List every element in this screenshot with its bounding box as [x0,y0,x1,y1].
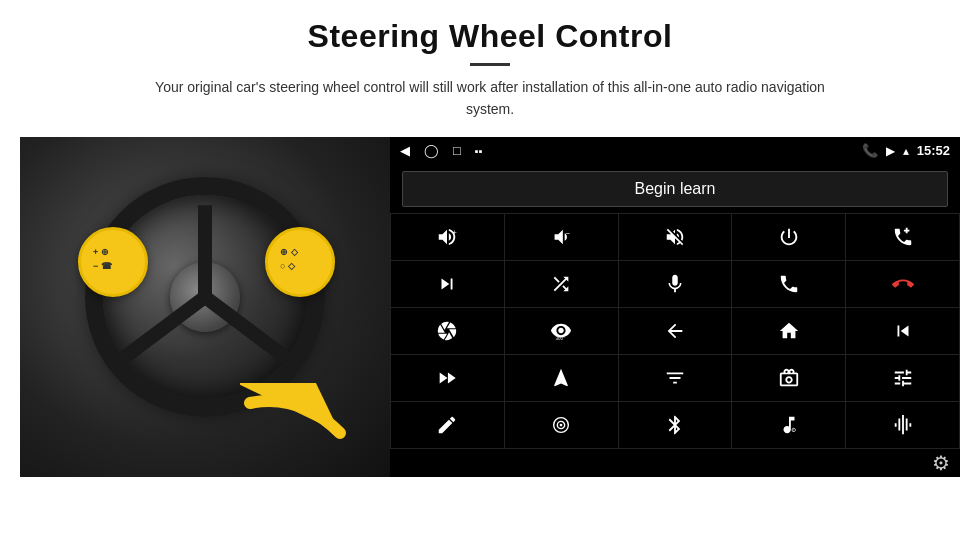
vol-up-button[interactable]: + [391,214,504,260]
btn-group-right: ⊕ ◇ ○ ◇ [265,227,335,297]
sw-background: + ⊕ − ☎ ⊕ ◇ ○ ◇ [20,137,390,477]
svg-text:⊕  ◇: ⊕ ◇ [280,247,299,257]
steering-wheel-image: + ⊕ − ☎ ⊕ ◇ ○ ◇ [20,137,390,477]
home-nav-button[interactable] [732,308,845,354]
eq-settings-button[interactable] [846,355,959,401]
android-ui: ◀ ◯ □ ▪▪ 📞 ▶ ▴ 15:52 Begin learn [390,137,960,477]
begin-learn-bar: Begin learn [390,165,960,213]
content-row: + ⊕ − ☎ ⊕ ◇ ○ ◇ [20,137,960,477]
page-title: Steering Wheel Control [308,18,673,55]
back-nav-button[interactable] [619,308,732,354]
svg-text:+: + [453,228,457,237]
camera-button[interactable] [391,308,504,354]
phone-status-icon: 📞 [862,143,878,158]
skip-back-button[interactable] [846,308,959,354]
page-wrapper: Steering Wheel Control Your original car… [0,0,980,544]
music-settings-button[interactable]: ⚙ [732,402,845,448]
controls-grid: + − [390,213,960,449]
radio-button[interactable] [732,355,845,401]
svg-text:○  ◇: ○ ◇ [280,261,296,271]
btn-group-left: + ⊕ − ☎ [78,227,148,297]
phone-button[interactable] [732,261,845,307]
mute-button[interactable] [619,214,732,260]
svg-text:−: − [566,229,571,238]
svg-line-2 [205,297,287,358]
mic-button[interactable] [619,261,732,307]
next-track-button[interactable] [391,261,504,307]
svg-text:360°: 360° [556,336,566,341]
view-360-button[interactable]: 360° [505,308,618,354]
svg-point-13 [560,423,563,426]
svg-line-1 [123,297,205,358]
wheel-outer [85,177,325,417]
svg-text:−  ☎: − ☎ [93,261,112,271]
svg-text:+  ⊕: + ⊕ [93,247,109,257]
vol-down-button[interactable]: − [505,214,618,260]
location-status-icon: ▶ [886,144,895,158]
begin-learn-button[interactable]: Begin learn [402,171,948,207]
hang-up-button[interactable] [846,261,959,307]
svg-text:⚙: ⚙ [791,426,796,433]
recents-icon[interactable]: □ [453,143,461,158]
equalizer-button[interactable] [619,355,732,401]
time-display: 15:52 [917,143,950,158]
prev-call-button[interactable] [846,214,959,260]
signal-icon: ▪▪ [475,145,483,157]
pen-button[interactable] [391,402,504,448]
left-buttons-svg: + ⊕ − ☎ [88,237,138,287]
status-bar: ◀ ◯ □ ▪▪ 📞 ▶ ▴ 15:52 [390,137,960,165]
power-button[interactable] [732,214,845,260]
bluetooth-button[interactable] [619,402,732,448]
back-arrow-icon[interactable]: ◀ [400,143,410,158]
arrow-overlay [240,383,360,467]
status-bar-left: ◀ ◯ □ ▪▪ [400,143,483,158]
page-subtitle: Your original car's steering wheel contr… [140,76,840,121]
wifi-status-icon: ▴ [903,144,909,158]
fast-forward-button[interactable] [391,355,504,401]
shuffle-button[interactable] [505,261,618,307]
right-buttons-svg: ⊕ ◇ ○ ◇ [275,237,325,287]
target-button[interactable] [505,402,618,448]
bars-button[interactable] [846,402,959,448]
arrow-svg [240,383,360,463]
spokes-svg [103,195,307,399]
home-circle-icon[interactable]: ◯ [424,143,439,158]
settings-gear-button[interactable]: ⚙ [932,451,950,475]
settings-bar: ⚙ [390,449,960,477]
navigate-button[interactable] [505,355,618,401]
title-divider [470,63,510,66]
status-bar-right: 📞 ▶ ▴ 15:52 [862,143,950,158]
